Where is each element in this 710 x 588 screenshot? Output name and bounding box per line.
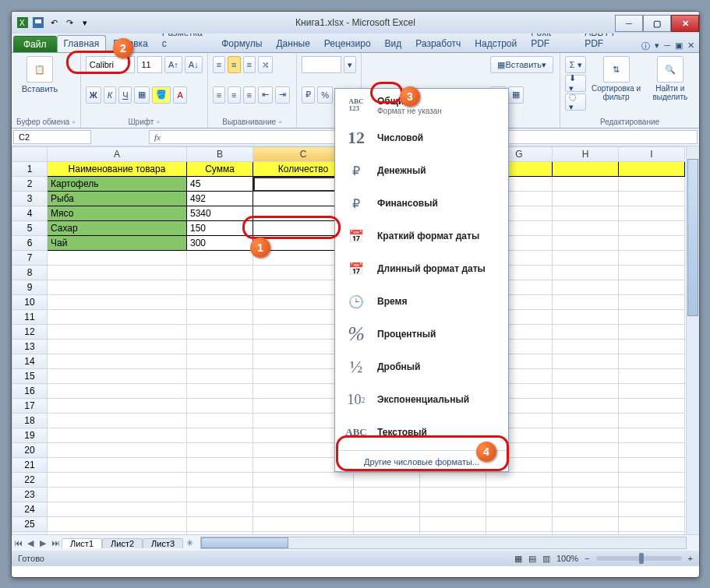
align-top-icon[interactable]: ≡ xyxy=(213,56,225,73)
tab-review[interactable]: Рецензиро xyxy=(317,35,378,52)
cell-empty[interactable] xyxy=(486,502,553,517)
cell-empty[interactable] xyxy=(48,414,187,428)
format-option-9[interactable]: 102 Экспоненциальный xyxy=(335,383,508,416)
zoom-slider[interactable] xyxy=(596,556,682,561)
format-option-1[interactable]: 12 Числовой xyxy=(335,121,508,154)
cell-empty[interactable] xyxy=(48,280,187,295)
zoom-level[interactable]: 100% xyxy=(556,554,578,563)
row-header-23[interactable]: 23 xyxy=(12,488,48,502)
bold-button[interactable]: Ж xyxy=(86,86,101,104)
cell-empty[interactable] xyxy=(48,458,187,473)
cell-empty[interactable] xyxy=(619,384,685,399)
row-header-17[interactable]: 17 xyxy=(12,399,48,414)
percent-icon[interactable]: % xyxy=(317,86,333,104)
sheet-nav-prev-icon[interactable]: ◀ xyxy=(24,538,37,548)
doc-min-icon[interactable]: ─ xyxy=(664,40,670,52)
redo-icon[interactable]: ↷ xyxy=(63,16,76,29)
cell-empty[interactable] xyxy=(354,473,420,488)
view-break-icon[interactable]: ▥ xyxy=(542,554,550,564)
row-header-25[interactable]: 25 xyxy=(12,517,48,532)
cell-A5[interactable]: Сахар xyxy=(48,221,187,236)
cell-empty[interactable] xyxy=(48,473,187,488)
cell-empty[interactable] xyxy=(187,443,253,458)
cell-empty[interactable] xyxy=(48,340,187,354)
row-header-21[interactable]: 21 xyxy=(12,458,48,473)
cell-empty[interactable] xyxy=(619,428,685,443)
cell-empty[interactable] xyxy=(48,502,187,517)
align-bottom-icon[interactable]: ≡ xyxy=(243,56,256,73)
sheet-nav-first-icon[interactable]: ⏮ xyxy=(12,538,24,548)
cell-empty[interactable] xyxy=(48,310,187,325)
row-header-9[interactable]: 9 xyxy=(12,280,48,295)
cell-empty[interactable] xyxy=(48,488,187,502)
tab-addins[interactable]: Надстрой xyxy=(468,35,524,52)
cell-empty[interactable] xyxy=(420,517,486,532)
cell-empty[interactable] xyxy=(48,369,187,384)
align-right-icon[interactable]: ≡ xyxy=(243,86,256,104)
cell-empty[interactable] xyxy=(619,340,685,354)
format-option-8[interactable]: ½ Дробный xyxy=(335,350,508,383)
cell-empty[interactable] xyxy=(48,325,187,340)
row-header-4[interactable]: 4 xyxy=(12,206,48,221)
find-select-button[interactable]: 🔍 Найти и выделить xyxy=(646,56,694,111)
sheet-nav-last-icon[interactable]: ⏭ xyxy=(49,538,62,548)
cell-empty[interactable] xyxy=(619,458,685,473)
cell-empty[interactable] xyxy=(553,414,619,428)
cell-empty[interactable] xyxy=(187,369,253,384)
cell-empty[interactable] xyxy=(619,266,685,280)
cell-empty[interactable] xyxy=(553,443,619,458)
sheet-nav-next-icon[interactable]: ▶ xyxy=(37,538,49,548)
cell-empty[interactable] xyxy=(553,428,619,443)
cell-empty[interactable] xyxy=(619,443,685,458)
cells-format-button[interactable]: ▦ xyxy=(508,86,524,104)
row-header-11[interactable]: 11 xyxy=(12,310,48,325)
cell-empty[interactable] xyxy=(553,310,619,325)
row-header-15[interactable]: 15 xyxy=(12,369,48,384)
cell-empty[interactable] xyxy=(48,428,187,443)
cell-empty[interactable] xyxy=(187,473,253,488)
cell-empty[interactable] xyxy=(187,458,253,473)
cell-empty[interactable] xyxy=(553,340,619,354)
cell-A6[interactable]: Чай xyxy=(48,236,187,251)
cell-empty[interactable] xyxy=(619,325,685,340)
help-icon[interactable]: ⓘ xyxy=(641,40,650,52)
cell-empty[interactable] xyxy=(553,517,619,532)
sheet-tab-2[interactable]: Лист2 xyxy=(102,538,143,548)
cell-empty[interactable] xyxy=(48,399,187,414)
cell-empty[interactable] xyxy=(486,488,553,502)
format-option-5[interactable]: 📅 Длинный формат даты xyxy=(335,252,508,285)
row-header-16[interactable]: 16 xyxy=(12,384,48,399)
cell-empty[interactable] xyxy=(619,488,685,502)
tab-formulas[interactable]: Формулы xyxy=(214,35,269,52)
cell-empty[interactable] xyxy=(553,473,619,488)
view-layout-icon[interactable]: ▤ xyxy=(528,554,536,564)
cell-empty[interactable] xyxy=(253,473,354,488)
cell-empty[interactable] xyxy=(486,532,553,535)
paste-button[interactable]: 📋 Вставить xyxy=(16,56,63,93)
view-normal-icon[interactable]: ▦ xyxy=(514,554,522,564)
cell-B5[interactable]: 150 xyxy=(187,221,253,236)
cell-empty[interactable] xyxy=(619,532,685,535)
number-format-dropdown-icon[interactable]: ▾ xyxy=(344,56,356,73)
format-option-3[interactable]: ₽ Финансовый xyxy=(335,187,508,220)
cell-empty[interactable] xyxy=(553,369,619,384)
cell-empty[interactable] xyxy=(48,354,187,369)
row-header-24[interactable]: 24 xyxy=(12,502,48,517)
horizontal-scrollbar[interactable] xyxy=(200,537,687,549)
cell-empty[interactable] xyxy=(420,532,486,535)
cell-empty[interactable] xyxy=(187,532,253,535)
minimize-button[interactable]: ─ xyxy=(615,15,643,32)
cell-empty[interactable] xyxy=(354,532,420,535)
name-box[interactable]: C2 xyxy=(13,130,91,144)
tab-view[interactable]: Вид xyxy=(378,35,409,52)
cell-empty[interactable] xyxy=(553,399,619,414)
border-button[interactable]: ▦ xyxy=(134,86,150,104)
cell-empty[interactable] xyxy=(187,310,253,325)
cell-empty[interactable] xyxy=(553,384,619,399)
cell-empty[interactable] xyxy=(420,488,486,502)
col-header-I[interactable]: I xyxy=(619,147,685,162)
cell-empty[interactable] xyxy=(187,517,253,532)
close-button[interactable]: ✕ xyxy=(671,15,699,32)
cell-empty[interactable] xyxy=(553,280,619,295)
col-header-A[interactable]: A xyxy=(48,147,187,162)
